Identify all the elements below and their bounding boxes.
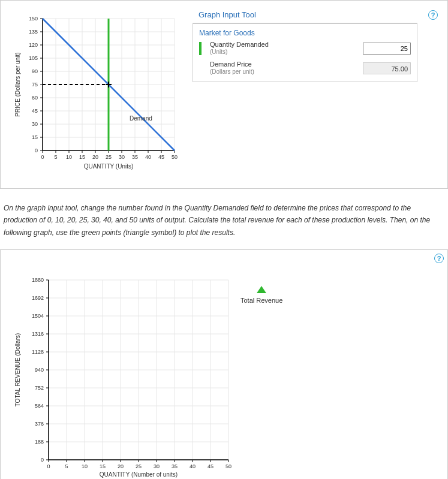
svg-text:1316: 1316 — [32, 331, 44, 337]
demand-xlabel: QUANTITY (Units) — [84, 163, 134, 170]
svg-text:45: 45 — [208, 463, 214, 469]
price-sublabel: (Dollars per unit) — [210, 68, 357, 76]
svg-text:940: 940 — [35, 367, 44, 373]
svg-text:90: 90 — [32, 68, 38, 74]
revenue-legend[interactable]: Total Revenue — [240, 286, 282, 304]
svg-text:5: 5 — [54, 154, 57, 160]
qd-label: Quantity Demanded — [210, 41, 357, 49]
svg-text:45: 45 — [32, 108, 38, 114]
top-panel: Demand 0 5 10 15 20 25 30 35 40 45 50 — [0, 0, 448, 189]
quantity-demanded-input[interactable] — [363, 43, 411, 55]
demand-price-display: 75.00 — [363, 62, 411, 74]
demand-price-row: Demand Price (Dollars per unit) 75.00 — [193, 58, 417, 82]
demand-ylabel: PRICE (Dollars per unit) — [14, 52, 21, 116]
tool-subtitle: Market for Goods — [193, 23, 417, 38]
svg-text:1128: 1128 — [32, 349, 44, 355]
revenue-chart[interactable]: 0 5 10 15 20 25 30 35 40 45 50 0 188 376… — [7, 256, 234, 479]
svg-text:35: 35 — [132, 154, 138, 160]
revenue-chart-svg: 0 5 10 15 20 25 30 35 40 45 50 0 188 376… — [7, 256, 234, 478]
svg-text:25: 25 — [106, 154, 112, 160]
svg-text:50: 50 — [225, 463, 231, 469]
svg-text:20: 20 — [118, 463, 124, 469]
qd-color-bar — [199, 42, 202, 55]
svg-text:0: 0 — [41, 457, 44, 463]
svg-text:564: 564 — [35, 403, 44, 409]
revenue-ylabel: TOTAL REVENUE (Dollars) — [14, 333, 21, 407]
revenue-xlabel: QUANTITY (Number of units) — [100, 471, 178, 478]
help-icon[interactable]: ? — [434, 254, 444, 263]
svg-text:0: 0 — [41, 154, 44, 160]
help-icon[interactable]: ? — [428, 10, 438, 20]
svg-text:15: 15 — [32, 134, 38, 140]
svg-text:40: 40 — [190, 463, 196, 469]
qd-sublabel: (Units) — [210, 49, 357, 56]
svg-text:15: 15 — [100, 463, 106, 469]
svg-text:105: 105 — [29, 55, 38, 61]
svg-text:25: 25 — [136, 463, 142, 469]
tool-card: Market for Goods Quantity Demanded (Unit… — [193, 23, 417, 82]
svg-text:35: 35 — [172, 463, 178, 469]
svg-text:20: 20 — [92, 154, 98, 160]
tool-title: Graph Input Tool — [193, 7, 441, 23]
svg-text:15: 15 — [79, 154, 85, 160]
svg-text:0: 0 — [47, 463, 50, 469]
svg-text:30: 30 — [154, 463, 160, 469]
triangle-icon — [257, 286, 266, 293]
price-label: Demand Price — [210, 61, 357, 68]
revenue-legend-label: Total Revenue — [240, 297, 282, 304]
svg-text:376: 376 — [35, 421, 44, 427]
svg-text:1504: 1504 — [32, 313, 44, 319]
svg-text:50: 50 — [172, 154, 178, 160]
svg-text:188: 188 — [35, 439, 44, 445]
demand-series-label: Demand — [130, 115, 152, 122]
svg-text:45: 45 — [158, 154, 164, 160]
svg-text:60: 60 — [32, 95, 38, 101]
svg-text:5: 5 — [65, 463, 68, 469]
svg-text:1880: 1880 — [32, 277, 44, 283]
svg-text:10: 10 — [66, 154, 72, 160]
svg-text:120: 120 — [29, 42, 38, 48]
svg-text:30: 30 — [119, 154, 125, 160]
svg-text:0: 0 — [35, 147, 38, 153]
instructions-text: On the graph input tool, change the numb… — [0, 189, 448, 249]
bottom-panel: ? 0 5 10 15 20 — [0, 249, 448, 479]
svg-text:40: 40 — [145, 154, 151, 160]
demand-chart-svg: Demand 0 5 10 15 20 25 30 35 40 45 50 — [7, 7, 187, 174]
svg-text:10: 10 — [82, 463, 88, 469]
demand-chart[interactable]: Demand 0 5 10 15 20 25 30 35 40 45 50 — [7, 7, 187, 176]
svg-text:75: 75 — [32, 82, 38, 88]
svg-text:1692: 1692 — [32, 295, 44, 301]
tool-column: Graph Input Tool ? Market for Goods Quan… — [193, 7, 441, 82]
svg-text:30: 30 — [32, 121, 38, 127]
quantity-demanded-row: Quantity Demanded (Units) — [193, 38, 417, 58]
svg-text:150: 150 — [29, 16, 38, 22]
svg-text:752: 752 — [35, 385, 44, 391]
svg-text:135: 135 — [29, 29, 38, 35]
